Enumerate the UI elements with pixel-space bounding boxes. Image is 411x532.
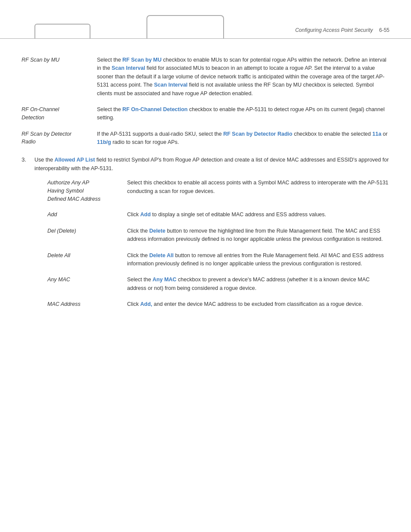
def-row-any-mac: Any MAC Select the Any MAC checkbox to p…: [47, 276, 389, 292]
desc-add: Click Add to display a single set of edi…: [127, 211, 389, 219]
desc-any-mac: Select the Any MAC checkbox to prevent a…: [127, 276, 389, 292]
highlight-scan-interval-2: Scan Interval: [154, 82, 188, 88]
highlight-scan-interval-1: Scan Interval: [112, 65, 145, 71]
desc-rf-on-channel: Select the RF On-Channel Detection check…: [97, 106, 389, 122]
highlight-rf-scan-detector-radio: RF Scan by Detector Radio: [223, 131, 292, 137]
page-title: Configuring Access Point Security: [295, 27, 373, 33]
highlight-add-mac: Add,: [140, 301, 153, 307]
highlight-delete: Delete: [149, 228, 165, 234]
term-authorize-any-ap: Authorize Any APHaving SymbolDefined MAC…: [47, 179, 127, 203]
def-row-mac-address: MAC Address Click Add, and enter the dev…: [47, 300, 389, 308]
highlight-rf-on-channel: RF On-Channel Detection: [122, 106, 187, 112]
subsections-table: Authorize Any APHaving SymbolDefined MAC…: [47, 179, 389, 308]
main-content: RF Scan by MU Select the RF Scan by MU c…: [22, 47, 389, 320]
page-header-info: Configuring Access Point Security 6-55: [295, 27, 389, 33]
numbered-section-3: 3. Use the Allowed AP List field to rest…: [22, 156, 389, 316]
tab-shape-right: [146, 15, 224, 39]
term-del: Del (Delete): [47, 227, 127, 235]
highlight-11bg: 11b/g: [97, 139, 111, 145]
section-3-content: Use the Allowed AP List field to restric…: [34, 156, 389, 316]
highlight-11a: 11a: [372, 131, 381, 137]
highlight-rf-scan-by-mu: RF Scan by MU: [122, 57, 162, 63]
desc-del: Click the Delete button to remove the hi…: [127, 227, 389, 244]
term-add: Add: [47, 211, 127, 219]
highlight-delete-all: Delete All: [149, 252, 174, 258]
desc-delete-all: Click the Delete All button to remove al…: [127, 252, 389, 268]
desc-rf-scan-detector: If the AP-5131 supports a dual-radio SKU…: [97, 130, 389, 147]
term-rf-scan-mu: RF Scan by MU: [22, 56, 97, 64]
def-row-add: Add Click Add to display a single set of…: [47, 211, 389, 219]
desc-authorize-any-ap: Select this checkbox to enable all acces…: [127, 179, 389, 196]
term-any-mac: Any MAC: [47, 276, 127, 284]
desc-rf-scan-mu: Select the RF Scan by MU checkbox to ena…: [97, 56, 389, 98]
def-row-delete-all: Delete All Click the Delete All button t…: [47, 252, 389, 268]
def-table-main: RF Scan by MU Select the RF Scan by MU c…: [22, 56, 389, 146]
term-delete-all: Delete All: [47, 252, 127, 260]
highlight-any-mac: Any MAC: [153, 277, 177, 283]
def-row-rf-on-channel: RF On-ChannelDetection Select the RF On-…: [22, 106, 389, 122]
header-area: [0, 0, 411, 47]
highlight-allowed-ap-list: Allowed AP List: [55, 157, 95, 163]
page-number: 6-55: [379, 27, 389, 33]
term-rf-scan-detector: RF Scan by DetectorRadio: [22, 130, 97, 146]
header-line: [0, 38, 411, 39]
def-row-rf-scan-detector: RF Scan by DetectorRadio If the AP-5131 …: [22, 130, 389, 147]
page-container: Configuring Access Point Security 6-55 R…: [0, 0, 411, 532]
highlight-add: Add: [140, 212, 151, 218]
term-rf-on-channel: RF On-ChannelDetection: [22, 106, 97, 122]
def-row-authorize-any-ap: Authorize Any APHaving SymbolDefined MAC…: [47, 179, 389, 203]
tab-shape-left: [34, 24, 90, 39]
desc-mac-address: Click Add, and enter the device MAC addr…: [127, 300, 389, 308]
section-number-3: 3.: [22, 156, 34, 163]
def-row-rf-scan-mu: RF Scan by MU Select the RF Scan by MU c…: [22, 56, 389, 98]
term-mac-address: MAC Address: [47, 300, 127, 308]
def-row-del: Del (Delete) Click the Delete button to …: [47, 227, 389, 244]
